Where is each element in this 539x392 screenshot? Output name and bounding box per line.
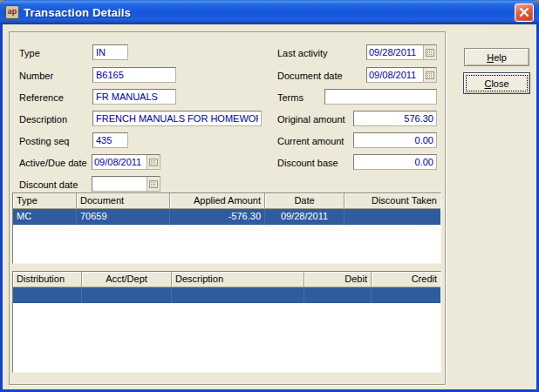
terms-field[interactable] xyxy=(324,89,437,105)
calendar-icon xyxy=(149,180,158,188)
applied-cell-applied-amount: -576.30 xyxy=(170,209,265,225)
dialog-body: Type Number Reference Description Postin… xyxy=(3,24,536,389)
discount-date-label: Discount date xyxy=(19,177,78,193)
active-due-date-input[interactable] xyxy=(92,155,147,169)
applied-cell-discount-taken xyxy=(345,209,440,225)
applied-col-discount-taken: Discount Taken xyxy=(345,193,440,209)
distribution-cell-debit xyxy=(304,287,372,303)
distribution-table-header: Distribution Acct/Dept Description Debit… xyxy=(13,272,440,287)
number-field[interactable] xyxy=(92,67,176,83)
original-amount-field[interactable] xyxy=(353,111,437,126)
document-date-input[interactable] xyxy=(367,68,423,82)
posting-seq-label: Posting seq xyxy=(19,133,69,149)
applied-documents-table: Type Document Applied Amount Date Discou… xyxy=(12,193,441,264)
applied-cell-date: 09/28/2011 xyxy=(265,209,345,225)
document-date-label: Document date xyxy=(277,68,343,84)
original-amount-label: Original amount xyxy=(277,112,345,127)
transaction-details-window: ap Transaction Details Type Number Refer… xyxy=(0,0,539,392)
document-date-field xyxy=(366,67,437,83)
description-field[interactable] xyxy=(92,111,262,126)
type-field[interactable] xyxy=(92,44,128,60)
distribution-table: Distribution Acct/Dept Description Debit… xyxy=(12,271,441,373)
distribution-col-credit: Credit xyxy=(372,272,440,287)
distribution-cell-acct-dept xyxy=(82,287,172,303)
discount-date-field xyxy=(92,176,160,192)
applied-col-type: Type xyxy=(13,193,77,209)
close-icon xyxy=(519,8,529,17)
discount-base-label: Discount base xyxy=(277,155,338,171)
close-button[interactable]: Close xyxy=(463,72,530,94)
type-label: Type xyxy=(19,45,40,61)
applied-col-date: Date xyxy=(265,193,345,209)
calendar-icon xyxy=(149,159,158,166)
applied-col-applied-amount: Applied Amount xyxy=(170,193,265,209)
applied-cell-type: MC xyxy=(13,209,77,225)
distribution-col-debit: Debit xyxy=(304,272,372,287)
applied-table-header: Type Document Applied Amount Date Discou… xyxy=(13,193,440,209)
active-due-date-calendar-button[interactable] xyxy=(147,155,160,169)
distribution-col-description: Description xyxy=(172,272,304,287)
document-date-calendar-button[interactable] xyxy=(423,68,436,82)
posting-seq-field[interactable] xyxy=(92,132,128,148)
last-activity-label: Last activity xyxy=(277,45,327,61)
terms-label: Terms xyxy=(277,90,304,105)
applied-table-row[interactable]: MC 70659 -576.30 09/28/2011 xyxy=(13,209,440,225)
last-activity-input[interactable] xyxy=(367,45,423,59)
reference-field[interactable] xyxy=(92,89,176,105)
ap-app-icon: ap xyxy=(5,5,19,19)
description-label: Description xyxy=(19,112,67,127)
current-amount-field[interactable] xyxy=(353,132,437,148)
help-button[interactable]: Help xyxy=(464,48,529,66)
distribution-col-acct-dept: Acct/Dept xyxy=(82,272,172,287)
applied-cell-document: 70659 xyxy=(77,209,170,225)
number-label: Number xyxy=(19,68,53,84)
distribution-cell-description xyxy=(172,287,304,303)
distribution-col-distribution: Distribution xyxy=(13,272,82,287)
applied-col-document: Document xyxy=(77,193,170,209)
titlebar[interactable]: ap Transaction Details xyxy=(0,0,539,24)
distribution-cell-credit xyxy=(372,287,440,303)
distribution-cell-distribution xyxy=(13,287,82,303)
calendar-icon xyxy=(426,71,434,79)
window-title: Transaction Details xyxy=(24,6,510,19)
active-due-date-label: Active/Due date xyxy=(19,155,87,171)
current-amount-label: Current amount xyxy=(277,133,344,149)
window-close-button[interactable] xyxy=(515,3,534,22)
reference-label: Reference xyxy=(19,90,64,105)
active-due-date-field xyxy=(92,154,160,170)
discount-base-field[interactable] xyxy=(353,154,437,170)
calendar-icon xyxy=(426,49,434,57)
last-activity-field xyxy=(366,44,437,60)
distribution-table-row[interactable] xyxy=(13,287,440,303)
last-activity-calendar-button[interactable] xyxy=(423,45,436,59)
discount-date-calendar-button[interactable] xyxy=(147,177,160,191)
discount-date-input[interactable] xyxy=(92,177,147,191)
